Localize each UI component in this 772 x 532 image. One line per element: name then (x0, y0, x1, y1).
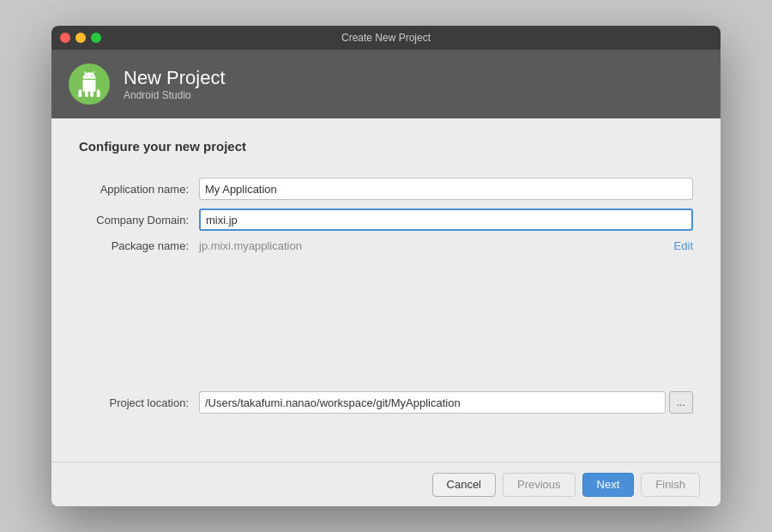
footer: Cancel Previous Next Finish (51, 462, 721, 506)
finish-button[interactable]: Finish (641, 473, 700, 497)
company-domain-input[interactable] (199, 209, 693, 231)
maximize-button[interactable] (91, 33, 101, 43)
edit-package-link[interactable]: Edit (674, 239, 693, 252)
header: New Project Android Studio (51, 50, 721, 118)
app-name-row: Application name: (79, 178, 693, 200)
bottom-spacer (79, 414, 693, 441)
header-subtitle: Android Studio (124, 89, 226, 101)
title-bar: Create New Project (51, 26, 721, 50)
browse-button[interactable]: ... (669, 391, 693, 414)
package-name-row: Package name: jp.mixi.myapplication Edit (79, 239, 693, 252)
company-domain-label: Company Domain: (79, 214, 199, 227)
next-button[interactable]: Next (582, 473, 635, 497)
company-domain-row: Company Domain: (79, 209, 693, 231)
android-icon (76, 71, 102, 97)
app-name-label: Application name: (79, 183, 199, 196)
window-title: Create New Project (341, 32, 431, 44)
previous-button[interactable]: Previous (503, 473, 576, 497)
project-location-row: Project location: ... (79, 391, 693, 414)
header-text: New Project Android Studio (124, 67, 226, 101)
close-button[interactable] (60, 33, 70, 43)
form-area: Application name: Company Domain: Packag… (79, 178, 693, 441)
spacer (79, 273, 693, 374)
package-name-label: Package name: (79, 239, 199, 252)
content-area: Configure your new project Application n… (51, 118, 721, 462)
section-title: Configure your new project (79, 139, 693, 154)
header-title: New Project (124, 67, 226, 89)
android-logo (69, 63, 110, 105)
project-location-input[interactable] (199, 391, 666, 414)
traffic-lights (60, 33, 101, 43)
project-location-label: Project location: (79, 396, 199, 409)
cancel-button[interactable]: Cancel (432, 473, 496, 497)
package-name-value: jp.mixi.myapplication (199, 239, 674, 252)
main-window: Create New Project New Project Android S… (51, 26, 721, 506)
minimize-button[interactable] (75, 33, 86, 43)
app-name-input[interactable] (199, 178, 693, 200)
location-input-wrap: ... (199, 391, 693, 414)
